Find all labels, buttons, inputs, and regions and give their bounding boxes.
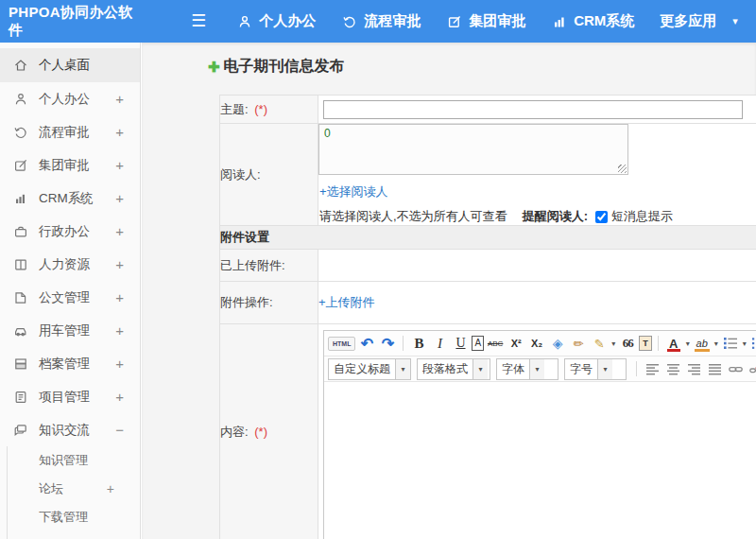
subject-input[interactable] <box>323 100 743 119</box>
sidebar-subitem-forum[interactable]: 论坛 + <box>8 475 140 503</box>
readers-hint-row: 请选择阅读人,不选为所有人可查看 提醒阅读人: 短消息提示 <box>319 208 756 225</box>
align-justify-button[interactable] <box>705 359 724 378</box>
attachment-op-row: 附件操作: +上传附件 <box>220 282 756 324</box>
attachment-op-value-cell: +上传附件 <box>318 282 756 324</box>
sidebar-item-crm[interactable]: CRM系统 + <box>0 182 140 215</box>
book-icon <box>12 256 28 272</box>
ordered-list-button[interactable] <box>721 334 740 353</box>
select-value: 字体 <box>497 359 529 379</box>
select-value: 字号 <box>565 359 597 379</box>
sidebar-item-label: 档案管理 <box>39 356 90 373</box>
subscript-button[interactable]: X₂ <box>527 334 546 353</box>
uploaded-value-cell <box>318 250 756 282</box>
expand-toggle[interactable]: + <box>115 322 124 339</box>
paste-as-text-button[interactable]: T <box>639 336 652 351</box>
html-source-button[interactable]: HTML <box>328 337 355 351</box>
unordered-list-button[interactable] <box>749 334 756 353</box>
blockquote-button[interactable]: 66 <box>618 334 637 353</box>
readers-textarea[interactable]: 0 <box>318 124 628 175</box>
superscript-button[interactable]: X² <box>507 334 525 353</box>
sidebar-item-hr[interactable]: 人力资源 + <box>0 248 140 281</box>
nav-group-approval[interactable]: 集团审批 <box>446 12 525 30</box>
uploaded-label-cell: 已上传附件: <box>220 250 318 282</box>
resize-grip[interactable] <box>618 165 627 173</box>
nav-more-apps[interactable]: 更多应用 <box>660 12 716 30</box>
chevron-down-icon[interactable]: ▾ <box>732 15 738 27</box>
font-style-button[interactable]: A <box>472 336 484 351</box>
undo-button[interactable]: ↶ <box>357 334 376 353</box>
chevron-down-icon[interactable]: ▾ <box>686 339 690 348</box>
content-value-cell: HTML ↶ ↷ B I U A ABC X² X₂ ◈ ✏ ✎ <box>318 324 756 539</box>
expand-toggle[interactable]: + <box>115 289 124 305</box>
chevron-down-icon: ▾ <box>472 359 488 379</box>
align-left-button[interactable] <box>643 359 662 378</box>
strikethrough-button[interactable]: ABC <box>486 334 505 353</box>
expand-toggle[interactable]: + <box>115 157 124 173</box>
upload-attachment-link[interactable]: +上传附件 <box>318 295 375 309</box>
sidebar-subitem-download-mgmt[interactable]: 下载管理 <box>8 503 140 531</box>
redo-button[interactable]: ↷ <box>378 334 397 353</box>
sidebar-item-personal-desktop[interactable]: 个人桌面 <box>0 48 140 82</box>
font-family-select[interactable]: 字体 ▾ <box>496 358 558 380</box>
toolbar-separator <box>658 336 659 351</box>
expand-toggle[interactable]: + <box>115 356 124 372</box>
expand-toggle[interactable]: + <box>115 389 124 405</box>
sidebar-item-personal-office[interactable]: 个人办公 + <box>0 82 140 115</box>
chevron-down-icon[interactable]: ▾ <box>714 339 718 348</box>
format-brush-icon[interactable]: ✏ <box>569 334 588 353</box>
sidebar-item-document-mgmt[interactable]: 公文管理 + <box>0 281 140 314</box>
underline-button[interactable]: U <box>451 334 470 353</box>
paragraph-format-select[interactable]: 段落格式 ▾ <box>417 358 490 380</box>
chevron-down-icon[interactable]: ▾ <box>743 339 747 348</box>
readers-value-cell: 0 +选择阅读人 请选择阅读人,不选为所有人可查看 提醒阅读人: 短消息提示 <box>318 124 756 226</box>
plus-icon: ✚ <box>208 59 220 76</box>
user-icon <box>236 13 252 29</box>
sidebar-item-workflow-approval[interactable]: 流程审批 + <box>0 115 140 148</box>
sms-notify-checkbox[interactable] <box>595 211 608 223</box>
sidebar-item-project-mgmt[interactable]: 项目管理 + <box>0 380 140 413</box>
font-color-button[interactable]: A <box>664 334 683 353</box>
sidebar-subitem-knowledge-mgmt[interactable]: 知识管理 <box>8 446 140 475</box>
attachment-op-label-cell: 附件操作: <box>220 282 318 324</box>
nav-workflow-approval[interactable]: 流程审批 <box>341 12 421 30</box>
expand-toggle[interactable]: + <box>107 481 114 496</box>
expand-toggle[interactable]: + <box>115 223 124 239</box>
history-arrow-icon <box>341 13 357 29</box>
insert-link-button[interactable] <box>726 359 745 378</box>
page-title: ✚ 电子期刊信息发布 <box>208 57 756 77</box>
align-center-button[interactable] <box>663 359 682 378</box>
knowledge-submenu: 知识管理 论坛 + 下载管理 公共文件柜 <box>7 446 140 539</box>
highlight-color-button[interactable]: ab <box>693 334 712 353</box>
custom-heading-select[interactable]: 自定义标题 ▾ <box>328 358 411 380</box>
expand-toggle[interactable]: + <box>115 190 124 206</box>
hamburger-menu-icon[interactable]: ☰ <box>191 0 206 43</box>
paint-format-icon[interactable]: ✎ <box>590 334 609 353</box>
align-right-button[interactable] <box>684 359 703 378</box>
select-readers-link[interactable]: +选择阅读人 <box>319 183 388 200</box>
chevron-down-icon[interactable]: ▾ <box>611 339 615 348</box>
collapse-toggle[interactable]: − <box>115 422 124 438</box>
expand-toggle[interactable]: + <box>115 91 124 107</box>
eraser-icon[interactable]: ◈ <box>548 334 567 353</box>
expand-toggle[interactable]: + <box>115 256 124 272</box>
sidebar-subitem-label: 下载管理 <box>39 509 88 526</box>
nav-label: 集团审批 <box>469 12 525 30</box>
italic-button[interactable]: I <box>430 334 449 353</box>
expand-toggle[interactable]: + <box>115 124 124 140</box>
sidebar-item-vehicle-mgmt[interactable]: 用车管理 + <box>0 314 140 347</box>
sidebar-item-admin-office[interactable]: 行政办公 + <box>0 215 140 248</box>
font-size-select[interactable]: 字号 ▾ <box>564 358 627 380</box>
sidebar-subitem-public-file-cabinet[interactable]: 公共文件柜 <box>8 531 140 539</box>
required-mark: (*) <box>254 102 267 116</box>
sidebar-item-archive-mgmt[interactable]: 档案管理 + <box>0 347 140 380</box>
sidebar-item-knowledge-exchange[interactable]: 知识交流 − <box>0 413 140 446</box>
edit-icon <box>12 157 28 173</box>
document-icon <box>12 289 28 305</box>
main-content: ✚ 电子期刊信息发布 主题: (*) 阅读人: 0 +选择阅读人 <box>142 43 756 539</box>
remove-link-button[interactable] <box>747 359 756 378</box>
editor-content-area[interactable] <box>324 382 756 539</box>
nav-personal-office[interactable]: 个人办公 <box>236 12 316 30</box>
bold-button[interactable]: B <box>409 334 428 353</box>
sidebar-item-group-approval[interactable]: 集团审批 + <box>0 148 140 182</box>
nav-crm-system[interactable]: CRM系统 <box>551 12 634 30</box>
